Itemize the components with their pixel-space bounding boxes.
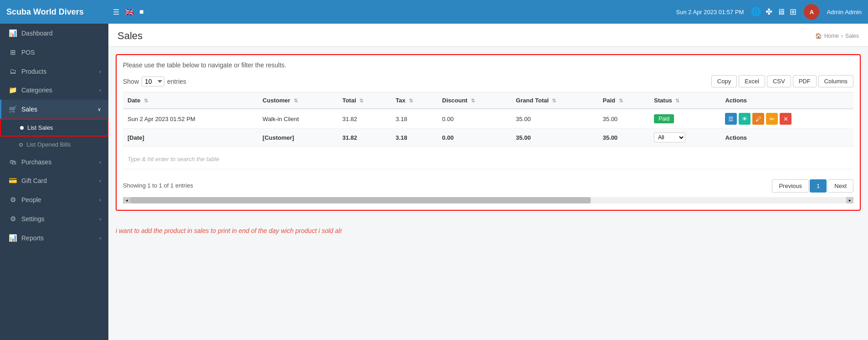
pencil-icon[interactable]: ✏ [766,113,778,125]
settings-icon: ⚙ [9,215,17,223]
col-customer[interactable]: Customer ⇅ [258,92,338,109]
footer-paid: 35.00 [598,129,650,147]
view-list-icon[interactable]: ☰ [725,113,737,125]
view-eye-icon[interactable]: 👁 [739,113,751,125]
col-discount[interactable]: Discount ⇅ [438,92,511,109]
col-total[interactable]: Total ⇅ [338,92,391,109]
nav-icons: ☰ 🇬🇧 ■ [113,8,144,16]
settings-arrow-icon: › [99,216,101,222]
search-placeholder: Type & hit enter to search the table [128,156,219,162]
datetime-display: Sun 2 Apr 2023 01:57 PM [676,9,744,15]
delete-icon[interactable]: ✕ [780,113,791,125]
col-tax[interactable]: Tax ⇅ [391,92,438,109]
sidebar-item-purchases[interactable]: 🛍 Purchases › [0,152,108,171]
grid-icon[interactable]: ⊞ [790,7,797,17]
cell-customer: Walk-in Client [258,109,338,129]
cell-total: 31.82 [338,109,391,129]
footer-actions: Actions [720,129,853,147]
reports-arrow-icon: › [99,235,101,241]
main-content: Sales 🏠 Home › Sales Please use the tabl… [108,24,868,340]
dashboard-icon: 📊 [9,29,17,37]
horizontal-scrollbar[interactable]: ◂ ▸ [123,197,853,203]
flag-icon[interactable]: 🇬🇧 [125,8,134,16]
brand-name: Scuba World Divers [6,7,107,17]
nav-right: Sun 2 Apr 2023 01:57 PM 🌐 ✤ 🖥 ⊞ A Admin … [676,4,862,20]
breadcrumb-home-icon: 🏠 [815,33,822,39]
sidebar-label-reports: Reports [21,234,95,242]
csv-button[interactable]: CSV [767,75,791,87]
entries-per-page-select[interactable]: 10 25 50 100 [142,76,164,86]
sidebar-item-reports[interactable]: 📊 Reports › [0,228,108,248]
bottom-note: i want to add the product in sales to pr… [108,218,868,244]
col-status[interactable]: Status ⇅ [649,92,720,109]
footer-customer[interactable]: [Customer] [258,129,338,147]
show-entries-control: Show 10 25 50 100 entries [123,76,186,86]
sidebar-item-pos[interactable]: ⊞ POS [0,43,108,62]
sidebar-label-list-sales: List Sales [27,124,53,131]
user-icons: 🌐 ✤ 🖥 ⊞ [751,7,797,17]
sidebar-item-products[interactable]: 🗂 Products › [0,62,108,81]
columns-button[interactable]: Columns [818,75,853,87]
sort-date-icon: ⇅ [144,98,148,103]
sort-total-icon: ⇅ [359,98,363,103]
footer-tax: 3.18 [391,129,438,147]
world-icon[interactable]: 🌐 [751,7,761,17]
products-icon: 🗂 [9,67,17,75]
table-search-row: Type & hit enter to search the table [123,147,853,169]
previous-button[interactable]: Previous [772,179,809,193]
sidebar-label-gift-card: Gift Card [21,177,95,184]
sort-grand-total-icon: ⇅ [552,98,556,103]
purchases-icon: 🛍 [9,158,17,166]
scrollbar-thumb[interactable] [130,197,591,203]
sidebar-label-dashboard: Dashboard [21,30,101,37]
copy-button[interactable]: Copy [711,75,737,87]
hamburger-icon[interactable]: ☰ [113,8,119,16]
breadcrumb-home[interactable]: Home [824,33,839,39]
pdf-button[interactable]: PDF [793,75,817,87]
col-grand-total[interactable]: Grand Total ⇅ [511,92,598,109]
page-1-button[interactable]: 1 [810,179,827,193]
excel-button[interactable]: Excel [739,75,765,87]
entries-label: entries [167,78,186,85]
sidebar-item-gift-card[interactable]: 💳 Gift Card › [0,171,108,190]
main-layout: 📊 Dashboard ⊞ POS 🗂 Products › 📁 Categor… [0,24,868,340]
gift-card-arrow-icon: › [99,178,101,183]
status-filter-select[interactable]: All Paid Unpaid [654,132,685,142]
scroll-left-arrow[interactable]: ◂ [123,197,130,203]
status-badge: Paid [654,114,674,123]
breadcrumb-current: Sales [845,33,859,39]
network-icon[interactable]: ✤ [766,7,772,17]
table-header-row: Date ⇅ Customer ⇅ Total ⇅ Tax [123,92,853,109]
next-button[interactable]: Next [827,179,853,193]
table-section: Please use the table below to navigate o… [116,54,861,211]
people-arrow-icon: › [99,197,101,203]
sidebar-item-people[interactable]: ⚙ People › [0,190,108,209]
cell-actions: ☰ 👁 🖊 ✏ ✕ [720,109,853,129]
scroll-right-arrow[interactable]: ▸ [846,197,853,203]
sidebar-item-sales[interactable]: 🛒 Sales ∨ [0,100,108,119]
sidebar-item-dashboard[interactable]: 📊 Dashboard [0,24,108,43]
sidebar-subitem-list-opened-bills[interactable]: List Opened Bills [0,137,108,152]
breadcrumb: 🏠 Home › Sales [815,33,859,39]
monitor-icon[interactable]: 🖥 [777,7,785,17]
col-paid[interactable]: Paid ⇅ [598,92,650,109]
sidebar-label-purchases: Purchases [21,158,95,166]
content-header: Sales 🏠 Home › Sales [108,24,868,47]
action-icons-group: ☰ 👁 🖊 ✏ ✕ [725,113,849,125]
list-sales-dot [20,126,24,130]
avatar[interactable]: A [804,4,819,20]
sidebar-subitem-list-sales[interactable]: List Sales [0,119,108,137]
cell-tax: 3.18 [391,109,438,129]
sidebar-item-settings[interactable]: ⚙ Settings › [0,209,108,228]
sort-paid-icon: ⇅ [619,98,623,103]
cell-grand-total: 35.00 [511,109,598,129]
col-date[interactable]: Date ⇅ [123,92,258,109]
footer-grand-total: 35.00 [511,129,598,147]
footer-total: 31.82 [338,129,391,147]
footer-date[interactable]: [Date] [123,129,258,147]
edit-icon[interactable]: 🖊 [752,113,764,125]
square-icon[interactable]: ■ [139,8,144,16]
sidebar-item-categories[interactable]: 📁 Categories › [0,81,108,100]
search-box: Type & hit enter to search the table [128,153,849,165]
sidebar-label-sales: Sales [21,106,93,113]
